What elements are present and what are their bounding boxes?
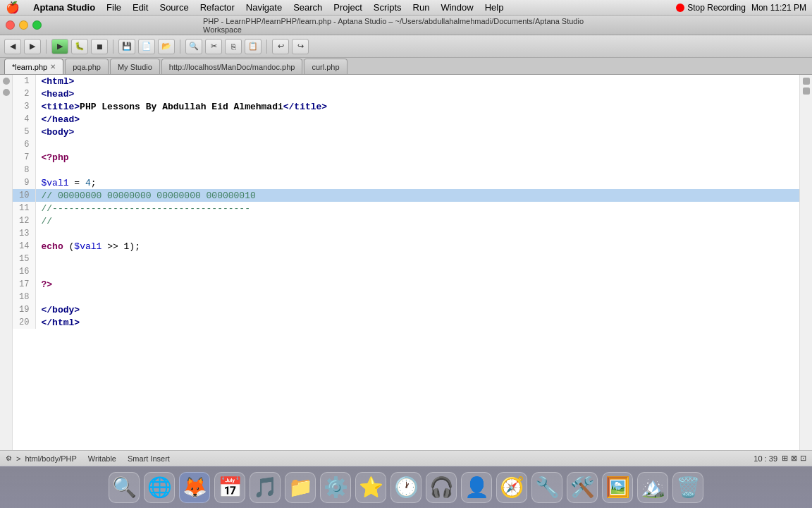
dock-timemachine[interactable]: 🕐 [390, 472, 422, 503]
statusbar-writable: Writable [88, 454, 116, 463]
source-menu[interactable]: Source [154, 1, 193, 13]
close-button[interactable] [6, 20, 15, 30]
line-content [35, 138, 799, 151]
dock-aptana[interactable]: ⚙️ [320, 472, 351, 503]
statusbar-icon-1[interactable]: ⊞ [782, 454, 788, 463]
toolbar: ◀ ▶ ▶ 🐛 ⏹ 💾 📄 📂 🔍 ✂ ⎘ 📋 ↩ ↪ [0, 35, 812, 58]
toolbar-undo[interactable]: ↩ [272, 39, 289, 54]
table-row: 1 <html> [13, 75, 799, 87]
table-row: 5 <body> [13, 126, 799, 138]
tab-label: *learn.php [12, 63, 47, 71]
code-editor[interactable]: 1 <html> 2 <head> 3 <title>PHP Lessons B… [13, 75, 799, 450]
window-menu[interactable]: Window [436, 1, 478, 13]
statusbar-icon: ⚙ [6, 454, 12, 462]
tabs: *learn.php ✕ pqa.php My Studio http://lo… [0, 58, 812, 75]
help-menu[interactable]: Help [480, 1, 509, 13]
dock-calendar[interactable]: 📅 [214, 472, 245, 503]
statusbar-icon-3[interactable]: ⊡ [800, 454, 806, 463]
dock-compass[interactable]: 🧭 [496, 472, 527, 503]
statusbar: ⚙ > html/body/PHP Writable Smart Insert … [0, 450, 812, 466]
refactor-menu[interactable]: Refactor [195, 1, 240, 13]
table-row: 8 [13, 164, 799, 176]
dock-tools[interactable]: 🛠️ [567, 472, 598, 503]
table-row: 10 // 00000000 00000000 00000000 0000000… [13, 189, 799, 202]
toolbar-copy[interactable]: ⎘ [225, 39, 242, 54]
edit-menu[interactable]: Edit [128, 1, 153, 13]
search-menu[interactable]: Search [288, 1, 327, 13]
statusbar-icon-2[interactable]: ⊠ [791, 454, 797, 463]
line-content [35, 265, 799, 278]
right-sidebar-icon-1[interactable] [803, 78, 810, 85]
toolbar-cut[interactable]: ✂ [205, 39, 222, 54]
line-content: $val1 = 4; [35, 176, 799, 189]
statusbar-position: 10 : 39 [753, 454, 777, 463]
statusbar-left: ⚙ > html/body/PHP [6, 454, 77, 463]
dock-finder[interactable]: 🔍 [109, 472, 140, 503]
table-row: 19 </body> [13, 303, 799, 316]
table-row: 9 $val1 = 4; [13, 176, 799, 189]
toolbar-search[interactable]: 🔍 [185, 39, 202, 54]
recording-dot [676, 4, 684, 12]
gutter-icon-2[interactable] [3, 89, 10, 96]
project-menu[interactable]: Project [328, 1, 367, 13]
stop-recording-label: Stop Recording [687, 3, 746, 13]
minimize-button[interactable] [19, 20, 28, 30]
line-num: 9 [13, 176, 35, 189]
toolbar-stop[interactable]: ⏹ [91, 39, 108, 54]
table-row: 14 echo ($val1 >> 1); [13, 240, 799, 253]
toolbar-redo[interactable]: ↪ [292, 39, 309, 54]
line-content: // 00000000 00000000 00000000 000000010 [35, 189, 799, 202]
right-sidebar-icon-2[interactable] [803, 87, 810, 95]
dock: 🔍 🌐 🦊 📅 🎵 📁 ⚙️ ⭐ 🕐 🎧 👤 🧭 🔧 🛠️ 🖼️ 🏔️ 🗑️ [0, 466, 812, 508]
toolbar-new[interactable]: 📄 [138, 39, 155, 54]
tab-learn-php[interactable]: *learn.php ✕ [4, 59, 63, 74]
gutter-icon-1[interactable] [3, 78, 10, 85]
statusbar-insert-mode: Smart Insert [128, 454, 170, 463]
table-row: 18 [13, 291, 799, 303]
toolbar-debug[interactable]: 🐛 [71, 39, 88, 54]
apple-menu[interactable]: 🍎 [6, 1, 20, 14]
dock-star[interactable]: ⭐ [355, 472, 386, 503]
dock-folder[interactable]: 📁 [285, 472, 316, 503]
tab-curl[interactable]: curl.php [304, 59, 347, 74]
maximize-button[interactable] [32, 20, 42, 30]
dock-mountain[interactable]: 🏔️ [637, 472, 668, 503]
titlebar: PHP - LearnPHP/learnPHP/learn.php - Apta… [0, 16, 812, 35]
line-num: 3 [13, 100, 35, 113]
table-row: 15 [13, 253, 799, 265]
run-menu[interactable]: Run [408, 1, 435, 13]
dock-safari[interactable]: 🦊 [179, 472, 210, 503]
line-num: 16 [13, 265, 35, 278]
toolbar-paste[interactable]: 📋 [245, 39, 262, 54]
dock-photos[interactable]: 🖼️ [602, 472, 633, 503]
dock-person[interactable]: 👤 [461, 472, 492, 503]
line-content [35, 164, 799, 176]
dock-trash[interactable]: 🗑️ [672, 472, 703, 503]
line-num: 5 [13, 126, 35, 138]
scripts-menu[interactable]: Scripts [369, 1, 407, 13]
tab-close-learn[interactable]: ✕ [50, 63, 56, 71]
line-num: 15 [13, 253, 35, 265]
dock-itunes[interactable]: 🎵 [250, 472, 281, 503]
toolbar-run[interactable]: ▶ [51, 39, 68, 54]
toolbar-back[interactable]: ◀ [4, 39, 21, 54]
tab-mystudio[interactable]: My Studio [110, 59, 160, 74]
dock-chrome[interactable]: 🌐 [144, 472, 175, 503]
toolbar-forward[interactable]: ▶ [24, 39, 41, 54]
toolbar-open[interactable]: 📂 [158, 39, 175, 54]
dock-settings[interactable]: 🔧 [531, 472, 562, 503]
toolbar-sep3 [180, 40, 180, 54]
table-row: 2 <head> [13, 87, 799, 100]
tab-mandoc[interactable]: http://localhost/ManDoc/mandoc.php [161, 59, 303, 74]
line-num: 14 [13, 240, 35, 253]
tab-pqa[interactable]: pqa.php [65, 59, 109, 74]
stop-recording-button[interactable]: Stop Recording [676, 3, 746, 13]
dock-headphones[interactable]: 🎧 [426, 472, 457, 503]
app-name-menu[interactable]: Aptana Studio [28, 1, 100, 13]
toolbar-sep4 [266, 40, 267, 54]
toolbar-save[interactable]: 💾 [118, 39, 135, 54]
table-row: 16 [13, 265, 799, 278]
navigate-menu[interactable]: Navigate [241, 1, 287, 13]
line-content: </html> [35, 316, 799, 329]
file-menu[interactable]: File [102, 1, 126, 13]
